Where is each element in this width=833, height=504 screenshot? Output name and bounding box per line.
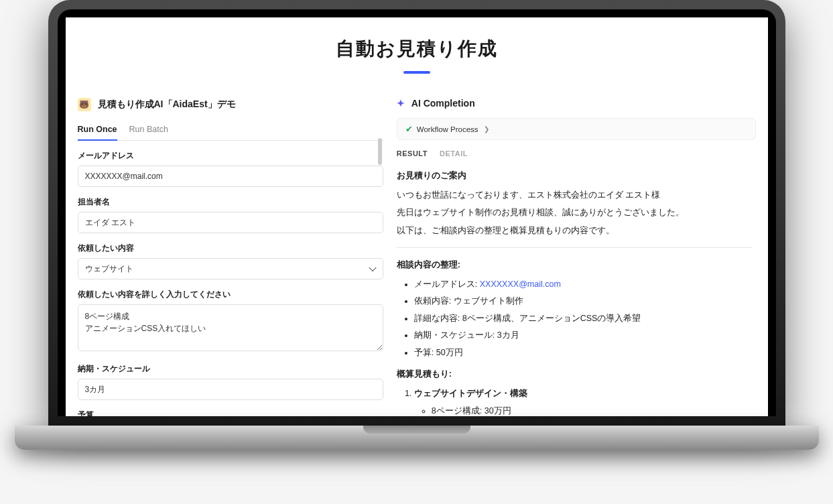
divider [397,247,752,248]
result-content: お見積りのご案内 いつもお世話になっております、エスト株式会社のエイダ エスト様… [397,163,756,416]
contact-label: 担当者名 [78,196,383,208]
summary-item-budget: 予算: 50万円 [414,345,752,361]
page-header: 自動お見積り作成 [66,17,768,83]
budget-label: 予算 [78,410,383,416]
check-circle-icon: ✔ [405,124,413,134]
email-input[interactable] [78,166,383,187]
workflow-label: Workflow Process [417,125,478,133]
request-type-select[interactable]: ウェブサイト [78,258,383,279]
result-heading-guide: お見積りのご案内 [397,168,752,184]
contact-input[interactable] [78,212,383,233]
schedule-label: 納期・スケジュール [78,363,383,375]
result-heading-estimate: 概算見積もり: [397,367,752,382]
laptop-base [15,426,819,450]
ai-completion-panel: ✦ AI Completion ✔ Workflow Process ❯ RES… [397,97,756,416]
email-label: メールアドレス [78,150,383,162]
title-underline [403,71,430,74]
summary-item-schedule: 納期・スケジュール: 3カ月 [414,328,752,343]
estimate-item-1: ウェブサイトデザイン・構築 8ページ構成: 30万円 [414,386,752,417]
form-panel: 🐻 見積もり作成AI「AidaEst」デモ Run Once Run Batch… [78,97,383,416]
summary-item-email: メールアドレス: XXXXXXX@mail.com [414,277,752,292]
result-greeting-3: 以下は、ご相談内容の整理と概算見積もりの内容です。 [397,223,752,239]
sparkle-icon: ✦ [397,98,405,109]
tab-run-once[interactable]: Run Once [78,121,117,141]
tab-run-batch[interactable]: Run Batch [129,121,168,140]
app-name: 見積もり作成AI「AidaEst」デモ [98,99,236,111]
result-greeting-1: いつもお世話になっております、エスト株式会社のエイダ エスト様 [397,188,752,203]
summary-email-link[interactable]: XXXXXXX@mail.com [480,279,561,289]
result-heading-summary: 相談内容の整理: [397,257,752,273]
estimate-item-1-sub: 8ページ構成: 30万円 [432,403,752,416]
form-panel-header: 🐻 見積もり作成AI「AidaEst」デモ [78,97,383,121]
schedule-input[interactable] [78,379,383,400]
scrollbar-thumb[interactable] [378,138,382,165]
summary-item-request: 依頼内容: ウェブサイト制作 [414,294,752,309]
laptop-notch [363,426,470,434]
app-logo-icon: 🐻 [78,98,91,111]
result-tabs: RESULT DETAIL [397,147,756,163]
run-mode-tabs: Run Once Run Batch [78,121,383,141]
detail-label: 依頼したい内容を詳しく入力してください [78,289,383,300]
ai-panel-header: ✦ AI Completion [397,97,756,118]
request-type-label: 依頼したい内容 [78,243,383,254]
summary-item-detail: 詳細な内容: 8ページ構成、アニメーションCSSの導入希望 [414,311,752,326]
chevron-right-icon: ❯ [484,125,489,133]
tab-result[interactable]: RESULT [397,149,428,158]
workflow-process-card[interactable]: ✔ Workflow Process ❯ [397,118,756,140]
summary-email-prefix: メールアドレス: [414,279,480,289]
detail-textarea[interactable] [78,304,383,351]
app-screen: 自動お見積り作成 🐻 見積もり作成AI「AidaEst」デモ Run Once … [66,17,768,416]
result-greeting-2: 先日はウェブサイト制作のお見積り相談、誠にありがとうございました。 [397,205,752,220]
tab-detail[interactable]: DETAIL [440,149,468,158]
estimate-item-1-title: ウェブサイトデザイン・構築 [414,389,527,398]
ai-panel-title: AI Completion [411,98,475,109]
page-title: 自動お見積り作成 [66,36,768,62]
